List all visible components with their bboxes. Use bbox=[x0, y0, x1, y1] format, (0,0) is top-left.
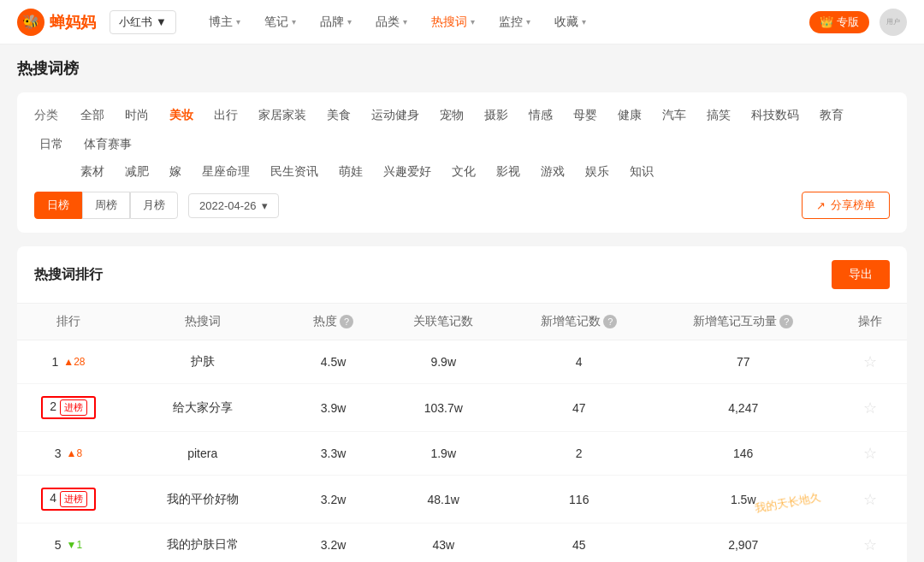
keyword-cell: 给大家分享 bbox=[120, 384, 285, 432]
share-label: 分享榜单 bbox=[831, 198, 875, 213]
page: 热搜词榜 分类 全部 时尚 美妆 出行 家居家装 美食 运动健身 宠物 摄影 情… bbox=[0, 44, 924, 562]
cat-entertain[interactable]: 娱乐 bbox=[580, 163, 614, 181]
cat-news[interactable]: 民生资讯 bbox=[265, 163, 323, 181]
rank-change-up: ▲8 bbox=[67, 447, 83, 459]
star-icon[interactable]: ☆ bbox=[863, 445, 877, 462]
nav-item-monitor[interactable]: 监控▾ bbox=[487, 0, 542, 44]
nav-right: 👑 专版 用户 bbox=[809, 9, 907, 36]
cat-film[interactable]: 影视 bbox=[491, 163, 525, 181]
calendar-icon: ▾ bbox=[262, 199, 268, 212]
platform-arrow: ▼ bbox=[156, 15, 167, 28]
col-action: 操作 bbox=[834, 304, 907, 340]
new-notes-help-icon[interactable]: ? bbox=[603, 315, 617, 328]
star-icon[interactable]: ☆ bbox=[863, 399, 877, 417]
rank-number: 5 bbox=[55, 538, 62, 552]
new-interact-cell: 4,247 bbox=[653, 384, 834, 432]
new-notes-cell: 4 bbox=[506, 340, 653, 384]
avatar[interactable]: 用户 bbox=[880, 9, 907, 36]
nav-item-brand[interactable]: 品牌▾ bbox=[308, 0, 364, 44]
heat-cell: 3.2w bbox=[285, 476, 381, 524]
cat-fitness[interactable]: 运动健身 bbox=[366, 106, 424, 125]
tab-weekly[interactable]: 周榜 bbox=[82, 192, 130, 219]
cat-photo[interactable]: 摄影 bbox=[479, 106, 513, 125]
cat-beauty[interactable]: 美妆 bbox=[164, 106, 198, 125]
cat-home[interactable]: 家居家装 bbox=[253, 106, 311, 125]
keyword-cell: pitera bbox=[120, 432, 285, 476]
action-cell[interactable]: ☆ bbox=[834, 432, 907, 476]
hot-search-table: 排行 热搜词 热度? 关联笔记数 新增笔记数? 新增笔记互动量? 操作 1 ▲2… bbox=[17, 304, 907, 562]
star-icon[interactable]: ☆ bbox=[863, 491, 877, 508]
related-cell: 1.9w bbox=[382, 432, 506, 476]
rank-change-up: ▲28 bbox=[63, 356, 85, 368]
rank-cell: 3 ▲8 bbox=[17, 432, 120, 476]
cat-game[interactable]: 游戏 bbox=[536, 163, 570, 181]
star-icon[interactable]: ☆ bbox=[863, 353, 877, 370]
tab-daily[interactable]: 日榜 bbox=[34, 192, 82, 219]
cat-emotion[interactable]: 情感 bbox=[524, 106, 558, 125]
nav-items: 博主▾ 笔记▾ 品牌▾ 品类▾ 热搜词▾ 监控▾ 收藏▾ bbox=[197, 0, 809, 44]
new-interact-help-icon[interactable]: ? bbox=[779, 315, 793, 328]
platform-selector[interactable]: 小红书 ▼ bbox=[110, 10, 176, 34]
cat-car[interactable]: 汽车 bbox=[657, 106, 691, 125]
export-button[interactable]: 导出 bbox=[832, 260, 890, 289]
nav-item-favorites[interactable]: 收藏▾ bbox=[542, 0, 598, 44]
new-interact-cell: 77 bbox=[653, 340, 834, 384]
cat-culture[interactable]: 文化 bbox=[447, 163, 481, 181]
nav-item-hot[interactable]: 热搜词▾ bbox=[419, 0, 487, 44]
cat-cute[interactable]: 萌娃 bbox=[334, 163, 368, 181]
cat-edu[interactable]: 教育 bbox=[814, 106, 849, 125]
cat-pet[interactable]: 宠物 bbox=[435, 106, 469, 125]
cat-diet[interactable]: 减肥 bbox=[120, 163, 154, 181]
keyword-cell: 我的平价好物 bbox=[120, 476, 285, 524]
cat-material[interactable]: 素材 bbox=[75, 163, 110, 181]
cat-hobby[interactable]: 兴趣爱好 bbox=[378, 163, 436, 181]
logo-icon: 🐝 bbox=[17, 9, 44, 36]
new-interact-cell: 1.5w bbox=[653, 476, 834, 524]
cat-fashion[interactable]: 时尚 bbox=[120, 106, 154, 125]
cat-food[interactable]: 美食 bbox=[322, 106, 356, 125]
cat-marry[interactable]: 嫁 bbox=[164, 163, 187, 181]
cat-travel[interactable]: 出行 bbox=[209, 106, 243, 125]
nav-item-blogger[interactable]: 博主▾ bbox=[197, 0, 252, 44]
action-cell[interactable]: ☆ bbox=[834, 384, 907, 432]
share-icon: ↗ bbox=[816, 199, 826, 212]
nav-item-category[interactable]: 品类▾ bbox=[364, 0, 419, 44]
cat-tech[interactable]: 科技数码 bbox=[746, 106, 804, 125]
logo: 🐝 蝉妈妈 bbox=[17, 9, 96, 36]
cat-daily[interactable]: 日常 bbox=[34, 135, 68, 154]
table-row: 1 ▲28 护肤 4.5w 9.9w 4 77 ☆ bbox=[17, 340, 907, 384]
new-notes-cell: 47 bbox=[506, 384, 653, 432]
share-button[interactable]: ↗ 分享榜单 bbox=[802, 192, 890, 219]
star-icon[interactable]: ☆ bbox=[863, 536, 877, 553]
category-section: 分类 全部 时尚 美妆 出行 家居家装 美食 运动健身 宠物 摄影 情感 母婴 … bbox=[17, 92, 907, 233]
new-notes-cell: 2 bbox=[506, 432, 653, 476]
category-row-1: 分类 全部 时尚 美妆 出行 家居家装 美食 运动健身 宠物 摄影 情感 母婴 … bbox=[34, 106, 890, 154]
rank-cell: 4 进榜 bbox=[17, 476, 120, 524]
new-interact-cell: 146 bbox=[653, 432, 834, 476]
cat-health[interactable]: 健康 bbox=[613, 106, 647, 125]
pro-badge[interactable]: 👑 专版 bbox=[809, 11, 869, 33]
rank-cell: 5 ▼1 bbox=[17, 524, 120, 563]
cat-astro[interactable]: 星座命理 bbox=[197, 163, 255, 181]
platform-label: 小红书 bbox=[119, 15, 152, 30]
page-title: 热搜词榜 bbox=[17, 58, 907, 79]
action-cell[interactable]: ☆ bbox=[834, 340, 907, 384]
rank-number: 1 bbox=[51, 355, 58, 369]
action-cell[interactable]: ☆ bbox=[834, 476, 907, 524]
cat-funny[interactable]: 搞笑 bbox=[702, 106, 736, 125]
category-label: 分类 bbox=[34, 108, 65, 123]
action-cell[interactable]: ☆ bbox=[834, 524, 907, 563]
rank-cell: 2 进榜 bbox=[17, 384, 120, 432]
top-nav: 🐝 蝉妈妈 小红书 ▼ 博主▾ 笔记▾ 品牌▾ 品类▾ 热搜词▾ 监控▾ 收藏▾… bbox=[0, 0, 924, 44]
cat-sports[interactable]: 体育赛事 bbox=[79, 135, 137, 154]
date-picker[interactable]: 2022-04-26 ▾ bbox=[188, 193, 279, 218]
cat-knowledge[interactable]: 知识 bbox=[625, 163, 659, 181]
nav-item-notes[interactable]: 笔记▾ bbox=[252, 0, 308, 44]
rank-change-new: 进榜 bbox=[60, 491, 87, 507]
crown-icon: 👑 bbox=[820, 15, 833, 28]
cat-baby[interactable]: 母婴 bbox=[568, 106, 602, 125]
heat-help-icon[interactable]: ? bbox=[340, 315, 353, 328]
heat-cell: 3.9w bbox=[285, 384, 381, 432]
cat-all[interactable]: 全部 bbox=[75, 106, 110, 125]
tab-monthly[interactable]: 月榜 bbox=[130, 192, 178, 219]
